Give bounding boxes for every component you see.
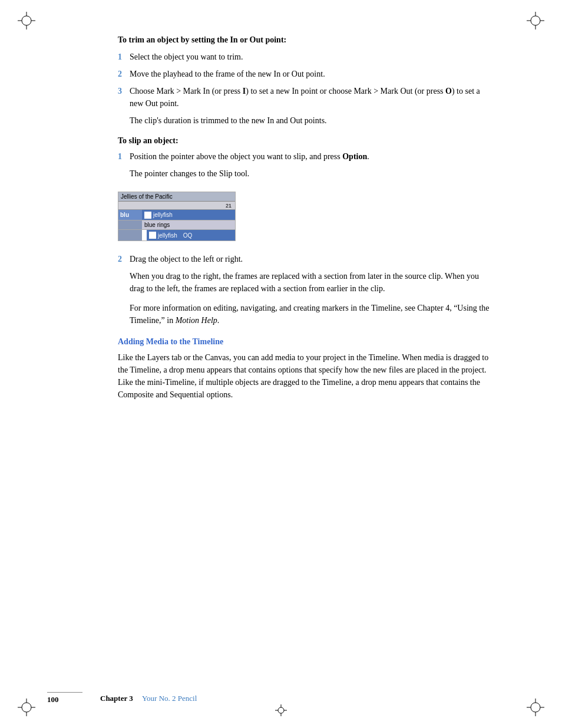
jellyfish-label-2: jellyfish [158, 232, 177, 239]
slip-step-text-1: Position the pointer above the object yo… [130, 150, 495, 163]
trim-step-3: 3 Choose Mark > Mark In (or press I) to … [118, 85, 495, 110]
footer: 100 Chapter 3 Your No. 2 Pencil [0, 692, 562, 704]
slip-heading: To slip an object: [118, 136, 495, 146]
timeline-screenshot: Jellies of the Pacific 21 blu jellyfish … [118, 192, 236, 241]
svg-point-5 [531, 16, 540, 25]
motion-help-italic: Motion Help [176, 316, 217, 325]
slip-step-text-2: Drag the object to the left or right. [130, 253, 495, 265]
main-content: To trim an object by setting the In or O… [118, 35, 495, 401]
page-number: 100 [47, 692, 82, 704]
slip-paragraph-1: When you drag to the right, the frames a… [130, 270, 495, 295]
step-text-3: Choose Mark > Mark In (or press I) to se… [130, 85, 495, 110]
trim-step-1: 1 Select the object you want to trim. [118, 51, 495, 63]
slip-step-note: The pointer changes to the Slip tool. [130, 167, 495, 180]
slip-step-number-2: 2 [118, 253, 130, 265]
chapter-name: Your No. 2 Pencil [142, 694, 197, 703]
slip-paragraph-2: For more information on editing, navigat… [130, 302, 495, 327]
chapter-label: Chapter 3 [100, 694, 133, 703]
corner-mark-top-left [18, 12, 35, 29]
corner-mark-top-right [527, 12, 544, 29]
step-number-2: 2 [118, 68, 130, 80]
timeline-title: Jellies of the Pacific [121, 193, 173, 200]
timeline-label-empty [118, 230, 142, 241]
oq-label: OQ [183, 232, 193, 239]
blue-rings-label: blue rings [144, 222, 170, 228]
timeline-row-1-content: jellyfish [142, 210, 235, 220]
timeline-label-blue-rings [118, 220, 142, 229]
timeline-row-3-content: jellyfish OQ [147, 230, 235, 241]
trim-note: The clip's duration is trimmed to the ne… [130, 114, 495, 127]
jellyfish-label-1: jellyfish [153, 212, 173, 218]
step-text-2: Move the playhead to the frame of the ne… [130, 68, 495, 80]
slip-step-2: 2 Drag the object to the left or right. [118, 253, 495, 265]
footer-chapter: Chapter 3 Your No. 2 Pencil [100, 694, 197, 703]
step-number-3: 3 [118, 85, 130, 110]
adding-media-paragraph: Like the Layers tab or the Canvas, you c… [118, 351, 495, 401]
step-number-1: 1 [118, 51, 130, 63]
ruler-number: 21 [226, 203, 232, 209]
trim-step-2: 2 Move the playhead to the frame of the … [118, 68, 495, 80]
center-bottom-mark [275, 704, 287, 716]
slip-step-number-1: 1 [118, 150, 130, 163]
svg-point-0 [22, 16, 31, 25]
svg-point-20 [278, 707, 284, 713]
step-text-1: Select the object you want to trim. [130, 51, 495, 63]
adding-media-heading: Adding Media to the Timeline [118, 337, 495, 347]
page: To trim an object by setting the In or O… [0, 0, 562, 728]
slip-step-1: 1 Position the pointer above the object … [118, 150, 495, 163]
timeline-row-2-content: blue rings [142, 220, 235, 229]
trim-heading: To trim an object by setting the In or O… [118, 35, 495, 45]
timeline-label-blu: blu [118, 210, 142, 220]
